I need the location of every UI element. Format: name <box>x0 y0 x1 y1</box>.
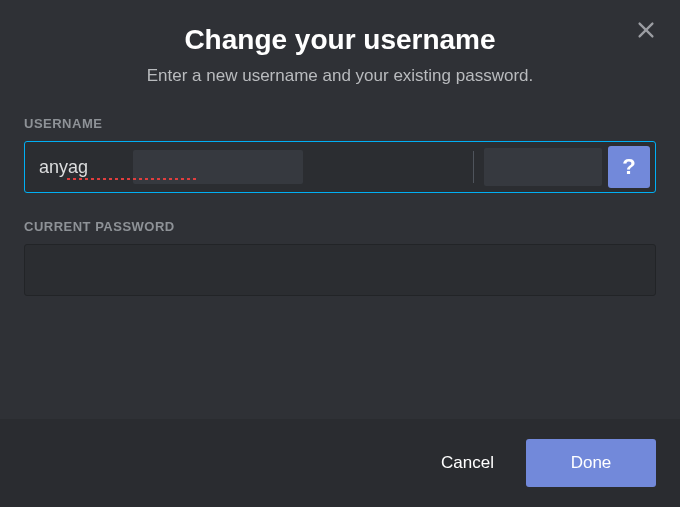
change-username-modal: Change your username Enter a new usernam… <box>0 0 680 507</box>
modal-footer: Cancel Done <box>0 419 680 507</box>
password-label: CURRENT PASSWORD <box>24 219 656 234</box>
username-input[interactable] <box>25 142 469 192</box>
modal-header: Change your username Enter a new usernam… <box>0 0 680 116</box>
close-icon <box>635 19 657 41</box>
modal-title: Change your username <box>24 24 656 56</box>
password-input[interactable] <box>24 244 656 296</box>
username-field-group: ? <box>24 141 656 193</box>
form-body: USERNAME ? CURRENT PASSWORD <box>0 116 680 419</box>
close-button[interactable] <box>634 18 658 42</box>
username-wrap <box>25 142 469 192</box>
discriminator-field[interactable] <box>484 148 602 186</box>
done-button[interactable]: Done <box>526 439 656 487</box>
field-divider <box>473 151 474 183</box>
modal-subtitle: Enter a new username and your existing p… <box>24 66 656 86</box>
cancel-button[interactable]: Cancel <box>433 443 502 483</box>
username-label: USERNAME <box>24 116 656 131</box>
question-icon: ? <box>622 154 635 180</box>
help-button[interactable]: ? <box>608 146 650 188</box>
